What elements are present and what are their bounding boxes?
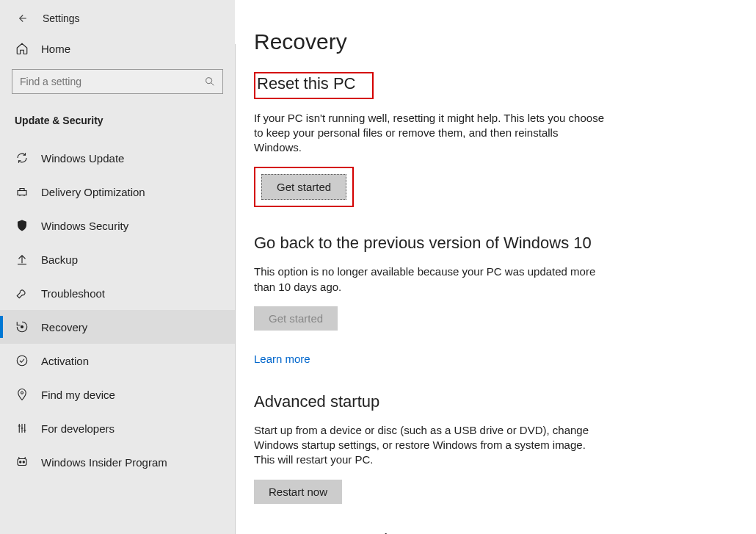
sidebar-item-delivery-optimization[interactable]: Delivery Optimization: [0, 175, 235, 209]
svg-rect-1: [18, 191, 26, 195]
home-icon: [15, 41, 29, 56]
svg-point-7: [23, 461, 24, 463]
go-back-get-started-button: Get started: [254, 306, 338, 331]
page-title: Recovery: [254, 29, 734, 54]
go-back-section: Go back to the previous version of Windo…: [254, 234, 606, 366]
svg-point-6: [20, 461, 21, 463]
wrench-icon: [15, 286, 29, 300]
insider-icon: [15, 455, 29, 469]
advanced-startup-section: Advanced startup Start up from a device …: [254, 392, 606, 504]
more-recovery-section: More recovery options: [254, 530, 606, 535]
recovery-icon: [15, 320, 29, 334]
delivery-icon: [15, 184, 29, 199]
sidebar-item-label: For developers: [41, 422, 115, 435]
learn-more-link[interactable]: Learn more: [254, 353, 310, 365]
sidebar-item-label: Delivery Optimization: [41, 186, 145, 198]
developer-icon: [15, 421, 29, 436]
go-back-description: This option is no longer available becau…: [254, 264, 606, 295]
sidebar-item-label: Find my device: [41, 389, 115, 401]
svg-point-0: [206, 78, 212, 84]
back-arrow-icon[interactable]: [15, 12, 28, 25]
sidebar-item-for-developers[interactable]: For developers: [0, 411, 235, 445]
reset-pc-title-highlight: Reset this PC: [254, 72, 374, 99]
sidebar: Settings Home Update & Security Windows …: [0, 0, 235, 534]
sidebar-item-label: Windows Update: [41, 152, 124, 165]
more-recovery-title: More recovery options: [254, 530, 606, 535]
sidebar-item-troubleshoot[interactable]: Troubleshoot: [0, 276, 235, 310]
restart-now-button[interactable]: Restart now: [254, 480, 342, 504]
svg-point-2: [21, 326, 23, 328]
location-icon: [15, 387, 29, 402]
backup-icon: [15, 252, 29, 267]
reset-pc-title: Reset this PC: [257, 74, 356, 93]
sidebar-divider: [235, 44, 236, 534]
sidebar-item-label: Recovery: [41, 321, 87, 333]
search-input[interactable]: [12, 69, 223, 94]
reset-pc-button-highlight: Get started: [254, 167, 354, 207]
go-back-title: Go back to the previous version of Windo…: [254, 234, 606, 253]
svg-point-3: [17, 356, 27, 366]
sidebar-header: Settings: [0, 0, 235, 34]
sync-icon: [15, 151, 29, 165]
settings-title: Settings: [43, 12, 80, 24]
sidebar-item-windows-update[interactable]: Windows Update: [0, 141, 235, 175]
category-label: Update & Security: [0, 100, 235, 135]
shield-icon: [15, 218, 29, 233]
sidebar-item-recovery[interactable]: Recovery: [0, 310, 235, 344]
sidebar-item-windows-security[interactable]: Windows Security: [0, 209, 235, 242]
home-label: Home: [41, 43, 70, 55]
svg-point-4: [21, 392, 23, 394]
reset-pc-description: If your PC isn't running well, resetting…: [254, 111, 606, 156]
sidebar-item-label: Backup: [41, 253, 78, 266]
sidebar-item-label: Troubleshoot: [41, 287, 105, 300]
home-nav-item[interactable]: Home: [0, 34, 235, 63]
check-circle-icon: [15, 353, 29, 368]
sidebar-item-backup[interactable]: Backup: [0, 242, 235, 276]
nav-list: Windows Update Delivery Optimization Win…: [0, 141, 235, 479]
sidebar-item-label: Activation: [41, 355, 89, 367]
advanced-startup-title: Advanced startup: [254, 392, 606, 411]
sidebar-item-find-my-device[interactable]: Find my device: [0, 378, 235, 411]
main-content: Recovery Reset this PC If your PC isn't …: [235, 0, 756, 534]
reset-pc-get-started-button[interactable]: Get started: [261, 174, 346, 200]
svg-rect-5: [18, 459, 26, 466]
search-container: [0, 63, 235, 100]
sidebar-item-activation[interactable]: Activation: [0, 344, 235, 378]
reset-pc-section: Reset this PC If your PC isn't running w…: [254, 72, 606, 207]
advanced-startup-description: Start up from a device or disc (such as …: [254, 423, 606, 468]
sidebar-item-windows-insider[interactable]: Windows Insider Program: [0, 445, 235, 479]
sidebar-item-label: Windows Insider Program: [41, 456, 167, 469]
search-icon: [204, 76, 216, 87]
sidebar-item-label: Windows Security: [41, 220, 128, 232]
